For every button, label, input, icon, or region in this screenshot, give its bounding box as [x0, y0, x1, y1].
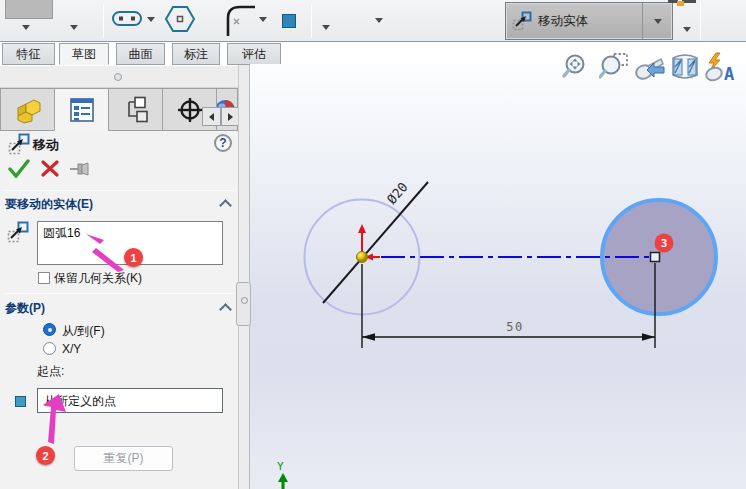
panel-splitter-bar[interactable] — [0, 65, 238, 88]
callout-badge-3-text: 3 — [661, 237, 668, 250]
ok-button[interactable] — [8, 159, 30, 178]
slot-caret-icon[interactable] — [147, 17, 155, 22]
slot-tool-icon[interactable] — [111, 9, 145, 29]
divider — [4, 190, 234, 191]
zoom-fit-icon[interactable] — [562, 53, 590, 81]
divider — [4, 293, 234, 294]
tab-feature-manager[interactable] — [0, 88, 55, 131]
previous-view-icon[interactable] — [634, 53, 666, 81]
entities-section-title[interactable]: 要移动的实体(E) — [5, 196, 93, 213]
move-entities-dropdown[interactable] — [642, 3, 672, 39]
panel-canvas-splitter[interactable] — [238, 65, 250, 489]
xy-label[interactable]: X/Y — [62, 342, 81, 356]
point-axis-up-arrow-icon — [358, 224, 366, 233]
collapse-chevron-icon[interactable] — [219, 199, 232, 212]
parameters-section-title[interactable]: 参数(P) — [5, 300, 45, 317]
help-button[interactable]: ? — [214, 134, 232, 152]
fillet-tool-icon[interactable] — [224, 2, 258, 38]
panel-tabs-scroll-left[interactable] — [202, 107, 221, 126]
part-icon — [14, 96, 42, 124]
fillet-caret-icon[interactable] — [259, 17, 267, 22]
xy-radio[interactable] — [43, 342, 56, 355]
repeat-button-label: 重复(P) — [104, 450, 144, 467]
toolbar-separator — [103, 4, 104, 38]
sketch-toolbar: 移动实体 — [0, 0, 746, 42]
move-entities-label: 移动实体 — [538, 13, 588, 30]
from-to-radio[interactable] — [43, 323, 56, 336]
tab-sketch[interactable]: 草图 — [59, 43, 109, 65]
y-axis-arrow-icon — [278, 473, 288, 482]
flyout-caret-icon[interactable] — [22, 25, 30, 30]
flyout-caret-icon[interactable] — [70, 25, 78, 30]
toolbar-separator — [700, 2, 701, 40]
flyout-caret-icon[interactable] — [683, 27, 691, 32]
callout-badge-1: 1 — [124, 248, 143, 267]
toolbar-separator — [311, 4, 312, 38]
flyout-caret-icon[interactable] — [322, 25, 330, 30]
flyout-caret-icon[interactable] — [375, 18, 383, 23]
move-entities-caret-icon — [654, 19, 662, 24]
splitter-handle[interactable] — [236, 282, 251, 326]
property-manager-icon — [68, 97, 96, 123]
clipped-icon-fragment — [677, 1, 684, 6]
dimension-value-text[interactable]: 50 — [506, 320, 523, 334]
clipped-toolbar-glyphs — [682, 0, 696, 3]
svg-text:A: A — [724, 64, 734, 82]
zoom-area-icon[interactable] — [599, 53, 629, 81]
tab-property-manager[interactable] — [54, 88, 109, 131]
pin-button[interactable] — [69, 162, 91, 176]
tab-annotation[interactable]: 标注 — [172, 43, 220, 65]
repeat-button[interactable]: 重复(P) — [74, 446, 173, 471]
dimension-arrow-right — [642, 333, 655, 341]
move-entities-button[interactable]: 移动实体 — [505, 2, 673, 40]
property-manager-panel: 移动 ? 要移动的实体(E) 圆弧16 1 — [0, 65, 238, 489]
tab-surfaces[interactable]: 曲面 — [116, 43, 165, 65]
tab-features[interactable]: 特征 — [2, 43, 55, 65]
section-view-icon[interactable] — [670, 53, 700, 81]
callout-arrow-2-icon — [42, 392, 68, 446]
callout-badge-2: 2 — [36, 446, 55, 465]
collapse-chevron-icon[interactable] — [219, 303, 232, 316]
callout-arrow-1-icon — [82, 230, 132, 272]
endpoint-marker[interactable] — [651, 253, 660, 262]
dimension-arrow-left — [362, 333, 375, 341]
start-point-field-icon — [15, 396, 26, 407]
polygon-tool-icon[interactable] — [162, 4, 198, 34]
start-point-label: 起点: — [37, 363, 64, 380]
diameter-dimension-text[interactable]: Ø20 — [384, 179, 411, 207]
from-to-label[interactable]: 从/到(F) — [62, 323, 105, 340]
cancel-button[interactable] — [41, 160, 59, 177]
configuration-icon — [122, 96, 150, 124]
panel-splitter-dot-icon[interactable] — [114, 73, 122, 81]
sketch-geometry: Ø20 50 3 Y — [250, 64, 746, 489]
clipped-toolbar-button[interactable] — [5, 0, 53, 19]
app-window: 移动实体 特征 草图 曲面 标注 评估 — [0, 0, 746, 489]
square-tool-icon[interactable] — [282, 14, 296, 28]
tab-configuration-manager[interactable] — [108, 88, 163, 131]
edit-appearance-icon[interactable]: A — [704, 52, 738, 82]
keep-relations-checkbox[interactable] — [38, 272, 50, 284]
y-axis-stem — [282, 481, 285, 489]
graphics-area[interactable]: Ø20 50 3 Y — [250, 64, 746, 489]
selection-item[interactable]: 圆弧16 — [43, 226, 80, 240]
splitter-collapse-dot-icon[interactable] — [241, 297, 248, 304]
start-point-marker[interactable] — [357, 252, 368, 263]
panel-title: 移动 — [33, 136, 59, 154]
y-axis-label: Y — [277, 460, 284, 473]
crosshair-icon — [176, 96, 204, 124]
move-entities-icon — [512, 11, 532, 31]
keep-relations-label[interactable]: 保留几何关系(K) — [54, 270, 142, 287]
entities-selection-icon — [7, 221, 29, 243]
tab-evaluate[interactable]: 评估 — [227, 43, 281, 65]
move-command-icon — [8, 133, 30, 155]
